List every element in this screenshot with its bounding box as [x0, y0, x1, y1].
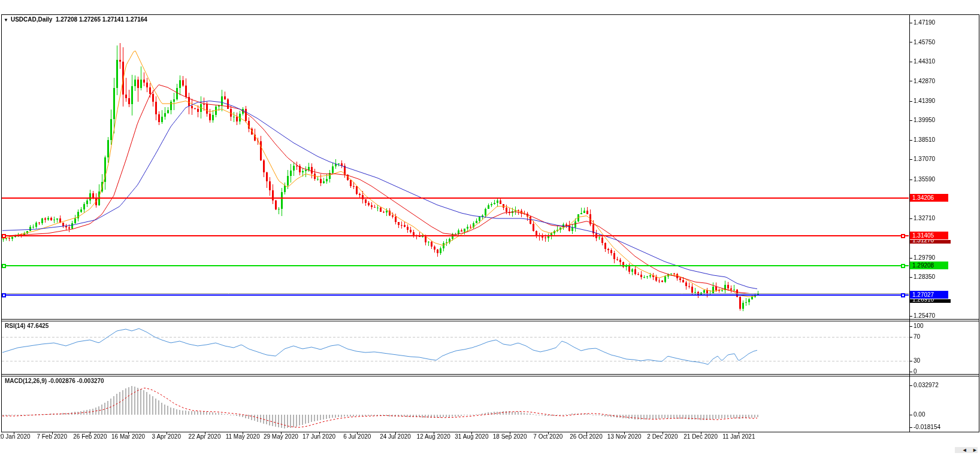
- indicator-tick-label: 70: [914, 333, 920, 340]
- price-tick-label: 1.45750: [914, 39, 935, 45]
- hline-price-label[interactable]: 1.29208: [910, 262, 948, 269]
- price-tick-label: 1.39950: [914, 117, 935, 123]
- price-tick-label: 1.47190: [914, 19, 935, 26]
- price-tick-label: 1.35590: [914, 176, 935, 183]
- hidden-price-label: 1.26910: [910, 299, 951, 303]
- macd-label: MACD(12,26,9) -0.002876 -0.003270: [5, 378, 104, 384]
- price-tick-label: 1.37070: [914, 156, 935, 162]
- price-tick-label: 1.29790: [914, 254, 935, 261]
- hline-price-label[interactable]: 1.31405: [910, 232, 948, 239]
- chart-symbol: USDCAD,Daily: [11, 16, 52, 23]
- hline-price-label[interactable]: 1.34206: [910, 194, 948, 202]
- symbol-dropdown-icon[interactable]: ▼: [4, 17, 8, 23]
- rsi-label: RSI(14) 47.6425: [5, 323, 49, 329]
- price-tick-label: 1.25470: [914, 312, 935, 319]
- chart-title: ▼USDCAD,Daily 1.27208 1.27265 1.27141 1.…: [4, 16, 147, 23]
- indicator-tick-label: -0.018154: [914, 424, 940, 430]
- price-tick-label: 1.41390: [914, 98, 935, 104]
- indicator-tick-label: 100: [914, 323, 924, 329]
- chart-canvas[interactable]: [0, 0, 980, 459]
- price-tick-label: 1.44310: [914, 58, 935, 65]
- mt4-window: { "toolbar": { "cursor_tool": "✛", "time…: [0, 0, 980, 459]
- indicator-tick-label: 0.032972: [914, 382, 939, 388]
- price-tick-label: 1.32710: [914, 215, 935, 221]
- hline-price-label[interactable]: 1.27027: [910, 291, 948, 299]
- price-tick-label: 1.28350: [914, 273, 935, 280]
- chart-ohlc: 1.27208 1.27265 1.27141 1.27164: [56, 16, 147, 23]
- price-tick-label: 1.38510: [914, 136, 935, 143]
- tab-scroll-left-icon[interactable]: ◄: [962, 447, 967, 453]
- date-tick-label: 11 Jan 2021: [713, 433, 764, 440]
- tab-scroll-arrows: ◄ ►: [955, 447, 978, 453]
- price-tick-label: 1.42870: [914, 78, 935, 84]
- indicator-tick-label: 0.00: [914, 411, 925, 418]
- tab-scroll-right-icon[interactable]: ►: [972, 447, 978, 453]
- indicator-tick-label: 0: [914, 368, 917, 375]
- indicator-tick-label: 30: [914, 357, 920, 364]
- hidden-price-label: 1.31270: [910, 240, 951, 244]
